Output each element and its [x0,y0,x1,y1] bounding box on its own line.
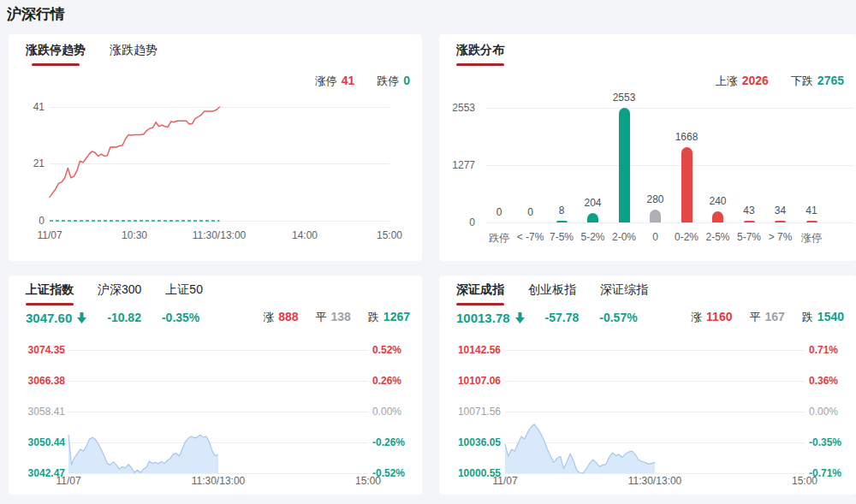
tab-chinext[interactable]: 创业板指 [528,282,576,305]
tab-szse-component[interactable]: 深证成指 [456,282,504,305]
sz-last-price: 10013.78 [456,311,525,325]
price-axis-tick: 3066.38 [12,375,65,387]
stat-value: 1267 [383,310,410,323]
sh-breadth-stats: 涨888 平138 跌1267 [263,310,410,325]
price-axis-tick: 10036.05 [443,436,501,448]
price-axis-tick: 10142.56 [443,344,501,356]
tab-szse-composite[interactable]: 深证综指 [600,282,648,305]
stat-value: 1160 [706,310,732,323]
tab-label: 沪深300 [98,282,141,296]
tab-distribution[interactable]: 涨跌分布 [456,43,504,66]
stat-label: 跌停 [377,74,399,89]
bar-value-label: 34 [764,205,798,216]
distribution-bar[interactable] [681,147,693,222]
stat-value: 138 [330,310,350,323]
tab-label: 涨跌分布 [456,43,504,56]
x-axis-tick: 10:30 [96,229,173,241]
y-axis-tick: 2553 [439,102,475,114]
pct-axis-tick: 0.52% [372,344,401,356]
distribution-bar[interactable] [744,221,755,223]
price-text: 10013.78 [456,311,510,325]
stat-label: 平 [749,310,760,325]
stat-label: 涨 [263,310,274,325]
y-axis-tick: 21 [9,157,45,169]
price-axis-tick: 3050.44 [12,436,65,448]
x-axis-tick: 11:30/13:00 [616,475,693,487]
bar-value-label: 8 [544,205,579,216]
y-axis-tick: 41 [9,101,45,113]
stat-value: 2026 [742,74,769,87]
pct-axis-tick: 0.36% [809,375,838,387]
price-axis-tick: 3058.41 [12,406,65,418]
limit-up-stat: 涨停41 [315,74,355,89]
sz-breadth-stats: 涨1160 平167 跌1540 [691,310,844,325]
distribution-bar[interactable] [587,213,598,222]
stat-value: 888 [278,310,298,323]
tab-label: 涨跌趋势 [110,43,158,56]
stat-value: 167 [764,310,784,323]
down-count: 跌1267 [368,310,410,325]
distribution-bar[interactable] [619,108,630,222]
decliners-stat: 下跌2765 [791,74,844,89]
stat-value: 41 [342,74,355,87]
sz-index-area-chart[interactable] [505,350,805,474]
distribution-bar[interactable] [712,211,723,222]
pct-axis-tick: -0.26% [372,436,405,448]
limit-down-stat: 跌停0 [377,74,410,89]
tab-label: 涨跌停趋势 [26,43,86,56]
distribution-bar[interactable] [556,221,568,223]
up-count: 涨1160 [691,310,732,325]
bar-value-label: 204 [576,197,610,209]
stat-label: 涨 [691,310,702,325]
stat-label: 上涨 [716,74,738,89]
x-axis-tick: 15:00 [330,475,407,487]
sh-quote: 3047.60 -10.82 -0.35% [26,311,199,325]
y-axis-tick: 1277 [439,159,475,171]
x-axis-tick: 15:00 [351,229,428,241]
price-axis-tick: 10107.06 [443,375,501,387]
bar-category-label: 涨停 [791,231,832,246]
stat-label: 跌 [368,310,379,325]
sh-last-price: 3047.60 [26,311,86,325]
stat-label: 平 [315,310,326,325]
price-text: 3047.60 [26,311,72,325]
tab-updown-trend[interactable]: 涨跌趋势 [110,43,158,66]
sh-index-area-chart[interactable] [68,350,368,474]
stat-label: 跌 [802,310,813,325]
bar-value-label: 240 [701,195,735,207]
gridline [486,165,853,166]
stat-label: 涨停 [315,74,337,89]
sh-change: -10.82 [107,311,141,324]
tab-sse50[interactable]: 上证50 [165,282,203,305]
price-axis-tick: 3074.35 [12,344,65,356]
tab-bar-sz: 深证成指 创业板指 深证综指 [456,282,648,305]
tab-label: 上证50 [165,282,203,296]
distribution-bar[interactable] [650,210,661,222]
y-axis-tick: 0 [9,215,45,227]
tab-bar-sh: 上证指数 沪深300 上证50 [26,282,203,305]
down-arrow-icon [515,312,525,323]
flat-count: 平138 [315,310,350,325]
distribution-bar[interactable] [775,221,786,223]
tab-limit-trend[interactable]: 涨跌停趋势 [26,43,86,66]
down-count: 跌1540 [802,310,844,325]
sz-change: -57.78 [545,311,580,324]
limit-stats: 涨停41 跌停0 [315,74,410,89]
panel-limit-trend: 涨跌停趋势 涨跌趋势 涨停41 跌停0 41 21 0 11/07 10:30 … [9,34,422,261]
tab-csi300[interactable]: 沪深300 [98,282,141,305]
sh-change-pct: -0.35% [162,311,199,324]
tab-label: 深证成指 [456,282,504,296]
pct-axis-tick: 0.26% [372,375,401,387]
tab-sse-composite[interactable]: 上证指数 [26,282,74,305]
panel-sz-index: 深证成指 创业板指 深证综指 10013.78 -57.78 -0.57% 涨1… [439,276,856,495]
bar-value-label: 0 [514,206,548,218]
x-axis-tick: 11/07 [467,475,544,487]
sz-quote-row: 10013.78 -57.78 -0.57% 涨1160 平167 跌1540 [456,310,844,325]
flat-count: 平167 [749,310,784,325]
tab-label: 创业板指 [528,282,576,296]
x-axis-tick: 11/07 [30,475,107,487]
tab-bar-distribution: 涨跌分布 [456,43,504,66]
distribution-bar[interactable] [806,221,817,223]
limit-trend-line-chart[interactable] [50,107,389,222]
sh-quote-row: 3047.60 -10.82 -0.35% 涨888 平138 跌1267 [26,310,410,325]
